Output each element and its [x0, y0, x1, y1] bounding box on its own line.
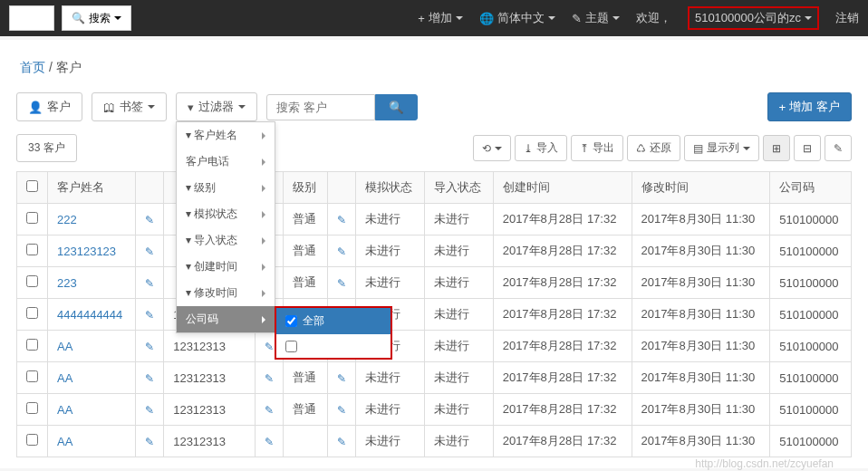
filter-item-level[interactable]: ▾ 级别	[177, 175, 275, 201]
columns-button[interactable]: ▤显示列	[684, 135, 759, 161]
row-checkbox[interactable]	[26, 370, 38, 382]
top-search-button[interactable]: 🔍 搜索	[62, 5, 131, 31]
cell-code: 510100000	[770, 204, 852, 236]
cell-level	[283, 426, 327, 457]
import-button[interactable]: ⤓导入	[515, 135, 567, 161]
filter-icon: ▾	[188, 101, 194, 114]
add-customer-button[interactable]: +增加 客户	[767, 92, 853, 121]
edit-icon[interactable]: ✎	[337, 245, 346, 258]
cell-name[interactable]: 223	[57, 276, 77, 290]
cell-import: 未进行	[424, 267, 493, 299]
sub-checkbox-opt1[interactable]	[285, 341, 297, 352]
cell-created: 2017年8月28日 17:32	[493, 267, 632, 299]
header-sim[interactable]: 模拟状态	[355, 172, 424, 204]
cell-created: 2017年8月28日 17:32	[493, 236, 632, 267]
top-theme[interactable]: ✎主题	[572, 10, 620, 26]
edit-icon[interactable]: ✎	[337, 404, 346, 417]
filter-button[interactable]: ▾过滤器	[176, 92, 257, 121]
restore-button[interactable]: ♺还原	[627, 135, 680, 161]
edit-icon[interactable]: ✎	[265, 372, 274, 385]
export-button[interactable]: ⤒导出	[571, 135, 623, 161]
caret-down-icon	[743, 147, 750, 150]
customer-button[interactable]: 👤客户	[16, 92, 82, 121]
edit-icon[interactable]: ✎	[337, 214, 346, 226]
cell-import: 未进行	[424, 204, 493, 236]
cell-name[interactable]: 123123123	[57, 245, 116, 258]
edit-icon[interactable]: ✎	[337, 436, 346, 448]
cell-level: 普通	[283, 362, 327, 394]
cell-phone: 12312313	[164, 394, 256, 426]
caret-down-icon	[548, 16, 555, 20]
edit-icon[interactable]: ✎	[265, 404, 274, 417]
search-customer-input[interactable]	[266, 94, 375, 120]
cell-name[interactable]: AA	[57, 435, 72, 448]
bookmark-button[interactable]: 🕮书签	[92, 92, 167, 121]
filter-item-created[interactable]: ▾ 创建时间	[177, 254, 275, 280]
cell-modified: 2017年8月30日 11:30	[632, 267, 770, 299]
header-checkbox-cell	[17, 172, 48, 204]
select-all-checkbox[interactable]	[26, 180, 38, 192]
edit-icon[interactable]: ✎	[337, 277, 346, 290]
sub-checkbox-all[interactable]	[285, 315, 297, 327]
header-modified[interactable]: 修改时间	[632, 172, 770, 204]
globe-icon: 🌐	[479, 12, 494, 25]
header-code[interactable]: 公司码	[770, 172, 852, 204]
cell-name[interactable]: 222	[57, 213, 77, 226]
row-checkbox[interactable]	[26, 275, 38, 287]
edit-icon[interactable]: ✎	[265, 436, 274, 448]
cell-sim: 未进行	[355, 204, 424, 236]
record-count: 33 客户	[16, 134, 77, 162]
refresh-button[interactable]: ⟲	[473, 135, 511, 161]
header-level[interactable]: 级别	[283, 172, 327, 204]
edit-icon[interactable]: ✎	[145, 245, 154, 258]
header-created[interactable]: 创建时间	[493, 172, 632, 204]
edit-icon[interactable]: ✎	[145, 309, 154, 322]
filter-item-modified[interactable]: ▾ 修改时间	[177, 280, 275, 306]
search-go-button[interactable]: 🔍	[375, 94, 418, 120]
filter-item-company-code[interactable]: 公司码 全部 510100000	[177, 306, 275, 332]
edit-icon[interactable]: ✎	[145, 277, 154, 290]
top-add[interactable]: +增加	[418, 10, 463, 26]
view-grid-small-button[interactable]: ⊟	[794, 135, 821, 161]
search-icon: 🔍	[389, 101, 404, 114]
edit-icon[interactable]: ✎	[145, 214, 154, 226]
view-grid-large-button[interactable]: ⊞	[763, 135, 790, 161]
filter-item-import[interactable]: ▾ 导入状态	[177, 227, 275, 254]
logout-link[interactable]: 注销	[835, 10, 859, 26]
cell-modified: 2017年8月30日 11:30	[632, 331, 770, 362]
cell-name[interactable]: 4444444444	[57, 308, 122, 322]
welcome-text: 欢迎，	[636, 10, 671, 26]
top-lang[interactable]: 🌐简体中文	[479, 10, 555, 26]
edit-icon[interactable]: ✎	[145, 436, 154, 448]
row-checkbox[interactable]	[26, 244, 38, 255]
edit-icon[interactable]: ✎	[145, 404, 154, 417]
top-search-input[interactable]	[9, 5, 54, 31]
user-menu[interactable]: 510100000公司的zc	[688, 6, 819, 30]
cell-name[interactable]: AA	[57, 340, 72, 353]
filter-item-name[interactable]: ▾ 客户姓名	[177, 122, 275, 149]
edit-icon[interactable]: ✎	[145, 341, 154, 353]
edit-view-button[interactable]: ✎	[825, 135, 852, 161]
filter-item-sim[interactable]: ▾ 模拟状态	[177, 201, 275, 227]
sub-item-510100000[interactable]: 510100000	[276, 334, 391, 358]
table-row: 123123123 ✎ ✎ 普通 ✎ 未进行 未进行 2017年8月28日 17…	[17, 236, 852, 267]
edit-icon[interactable]: ✎	[337, 372, 346, 385]
row-checkbox[interactable]	[26, 212, 38, 224]
header-import[interactable]: 导入状态	[424, 172, 493, 204]
cell-name[interactable]: AA	[57, 371, 72, 385]
row-checkbox[interactable]	[26, 434, 38, 446]
cell-name[interactable]: AA	[57, 403, 72, 417]
cell-phone: 12312313	[164, 331, 256, 362]
row-checkbox[interactable]	[26, 307, 38, 319]
header-name[interactable]: 客户姓名	[48, 172, 136, 204]
cell-code: 510100000	[770, 299, 852, 331]
row-checkbox[interactable]	[26, 339, 38, 351]
filter-item-phone[interactable]: 客户电话	[177, 149, 275, 175]
edit-icon[interactable]: ✎	[265, 341, 274, 353]
sub-item-all[interactable]: 全部	[276, 308, 391, 334]
cell-code: 510100000	[770, 362, 852, 394]
edit-icon[interactable]: ✎	[145, 372, 154, 385]
row-checkbox[interactable]	[26, 402, 38, 414]
breadcrumb-home[interactable]: 首页	[20, 60, 45, 74]
caret-down-icon	[495, 147, 502, 150]
